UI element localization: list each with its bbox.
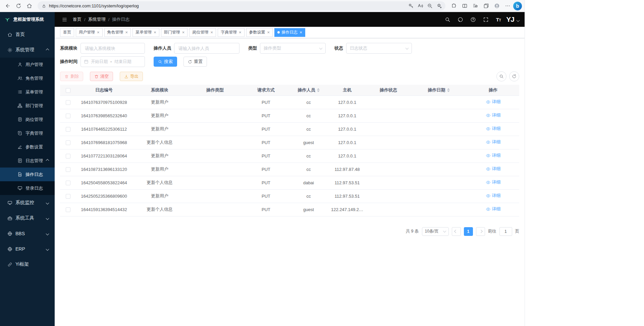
delete-button[interactable]: 删除 (60, 72, 83, 81)
clear-button[interactable]: 清空 (90, 72, 113, 81)
reset-button[interactable]: 重置 (183, 57, 207, 67)
close-icon[interactable]: × (125, 30, 128, 35)
question-icon[interactable] (469, 15, 477, 24)
sort-icon[interactable] (447, 88, 450, 92)
breadcrumb-item[interactable]: 系统管理 (88, 16, 106, 22)
close-icon[interactable]: × (239, 30, 241, 35)
row-checkbox[interactable] (66, 181, 70, 185)
column-header[interactable]: 操作人员 (289, 85, 328, 95)
profile-icon[interactable] (492, 1, 502, 11)
type-select[interactable]: 操作类型 (260, 43, 326, 54)
detail-link[interactable]: 详细 (486, 193, 501, 199)
status-select[interactable]: 日志状态 (346, 43, 412, 54)
operator-input[interactable] (174, 43, 239, 54)
next-page-button[interactable] (476, 227, 485, 236)
detail-link[interactable]: 详细 (486, 166, 501, 172)
toggle-search-button[interactable] (496, 71, 506, 81)
sidebar-item-post-mgmt[interactable]: 岗位管理 (0, 113, 55, 126)
sidebar-item-dept-mgmt[interactable]: 部门管理 (0, 99, 55, 113)
row-checkbox[interactable] (66, 154, 70, 158)
row-checkbox[interactable] (66, 100, 70, 105)
export-button[interactable]: 导出 (120, 72, 143, 81)
tab-菜单管理[interactable]: 菜单管理× (132, 28, 159, 37)
tab-用户管理[interactable]: 用户管理× (76, 28, 103, 37)
refresh-table-button[interactable] (509, 71, 519, 81)
search-button[interactable]: 搜索 (154, 57, 177, 67)
copilot-icon[interactable]: b (513, 2, 522, 10)
goto-page-input[interactable] (499, 227, 512, 236)
close-icon[interactable]: × (267, 30, 270, 35)
user-logo[interactable]: YJ (506, 15, 514, 23)
sidebar-item-menu-mgmt[interactable]: 菜单管理 (0, 85, 55, 99)
sidebar-item-erp[interactable]: ERP (0, 241, 55, 257)
sidebar-item-oper-log[interactable]: 操作日志 (0, 168, 55, 181)
row-checkbox[interactable] (66, 207, 70, 212)
detail-link[interactable]: 详细 (486, 179, 501, 185)
filter-time: 操作时间 开始日期 - 结束日期 (60, 56, 145, 67)
read-aloud-icon[interactable] (416, 2, 425, 10)
date-range-picker[interactable]: 开始日期 - 结束日期 (80, 56, 145, 67)
sidebar-item-login-log[interactable]: 登录日志 (0, 181, 55, 195)
back-icon[interactable] (3, 1, 13, 11)
page-1-button[interactable]: 1 (464, 227, 473, 236)
hamburger-icon[interactable] (60, 15, 69, 24)
page-size-select[interactable]: 10条/页 (422, 227, 449, 236)
close-icon[interactable]: × (300, 30, 302, 35)
address-bar[interactable]: https://ccnetcore.com:1101/system/log/op… (38, 1, 445, 10)
sidebar-item-dict-mgmt[interactable]: 字典管理 (0, 126, 55, 140)
row-checkbox[interactable] (66, 140, 70, 145)
row-checkbox[interactable] (66, 194, 70, 199)
sidebar-item-param-settings[interactable]: 参数设置 (0, 140, 55, 154)
sort-icon[interactable] (317, 88, 320, 92)
select-all-checkbox[interactable] (66, 88, 70, 93)
font-size-icon[interactable]: TT (494, 15, 503, 24)
favorites-icon[interactable] (470, 1, 480, 11)
close-icon[interactable]: × (210, 30, 213, 35)
key-icon[interactable] (407, 2, 415, 10)
home-icon[interactable] (24, 1, 34, 11)
row-checkbox[interactable] (66, 127, 70, 132)
close-icon[interactable]: × (182, 30, 185, 35)
refresh-icon[interactable] (13, 1, 23, 11)
ellipsis-icon[interactable] (502, 1, 513, 11)
github-icon[interactable] (456, 15, 465, 24)
sidebar-item-home[interactable]: 首页 (0, 27, 55, 42)
tab-字典管理[interactable]: 字典管理× (218, 28, 245, 37)
sidebar-item-system-tools[interactable]: 系统工具 (0, 210, 55, 226)
extensions-icon[interactable] (449, 1, 459, 11)
sidebar-item-role-mgmt[interactable]: 角色管理 (0, 71, 55, 85)
sidebar-item-yi-framework[interactable]: Yi框架 (0, 257, 55, 272)
detail-link[interactable]: 详细 (486, 99, 501, 105)
chevron-down-icon[interactable] (517, 18, 520, 22)
sidebar-item-system-monitor[interactable]: 系统监控 (0, 195, 55, 210)
detail-link[interactable]: 详细 (486, 152, 501, 158)
collections-icon[interactable] (481, 1, 491, 11)
sidebar-item-user-mgmt[interactable]: 用户管理 (0, 58, 55, 71)
tab-部门管理[interactable]: 部门管理× (161, 28, 188, 37)
detail-link[interactable]: 详细 (486, 206, 501, 212)
tab-操作日志[interactable]: 操作日志× (274, 28, 305, 37)
search-icon[interactable] (443, 15, 452, 24)
sidebar-item-system-mgmt[interactable]: 系统管理 (0, 42, 55, 58)
star-add-icon[interactable] (435, 2, 443, 10)
detail-link[interactable]: 详细 (486, 112, 501, 118)
close-icon[interactable]: × (154, 30, 156, 35)
detail-link[interactable]: 详细 (486, 139, 501, 145)
module-input[interactable] (80, 43, 145, 54)
sidebar-item-log-mgmt[interactable]: 日志管理 (0, 154, 55, 168)
breadcrumb-item[interactable]: 首页 (73, 16, 82, 22)
column-header[interactable]: 操作日期 (411, 85, 467, 95)
tab-参数设置[interactable]: 参数设置× (246, 28, 273, 37)
row-checkbox[interactable] (66, 114, 70, 118)
sidebar-item-bbs[interactable]: BBS (0, 226, 55, 241)
split-screen-icon[interactable] (460, 1, 470, 11)
close-icon[interactable]: × (97, 30, 100, 35)
tab-首页[interactable]: 首页 (60, 28, 74, 37)
row-checkbox[interactable] (66, 167, 70, 172)
fullscreen-icon[interactable] (481, 15, 490, 24)
tab-角色管理[interactable]: 角色管理× (104, 28, 131, 37)
detail-link[interactable]: 详细 (486, 126, 501, 132)
zoom-out-icon[interactable] (425, 2, 434, 10)
tab-岗位管理[interactable]: 岗位管理× (189, 28, 216, 37)
prev-page-button[interactable] (452, 227, 461, 236)
